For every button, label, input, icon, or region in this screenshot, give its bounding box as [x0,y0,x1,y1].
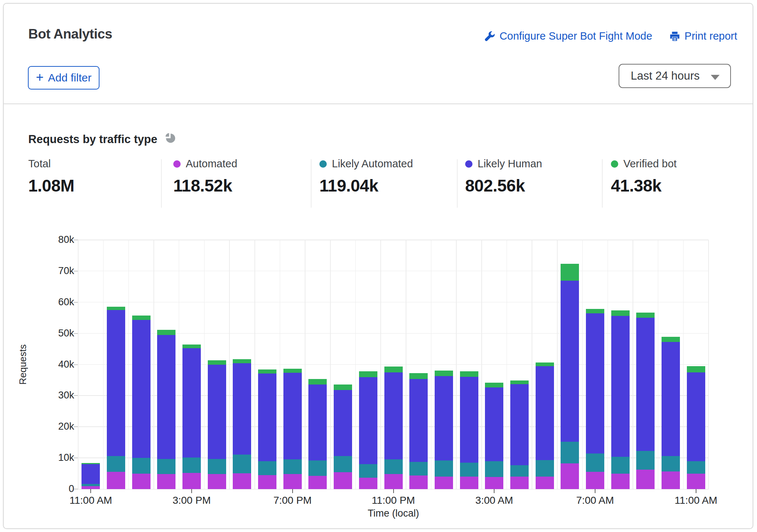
stat-divider [457,159,457,208]
stat-automated[interactable]: Automated118.52k [173,158,237,196]
x-tick [393,489,394,493]
bar-segment-likely-automated [435,460,453,477]
bar-segment-automated [384,474,403,489]
stat-value: 118.52k [173,176,237,196]
bar-7-00-am[interactable] [586,309,604,489]
stat-likely-automated[interactable]: Likely Automated119.04k [319,158,413,196]
bar-segment-automated [485,477,503,489]
print-report-link[interactable]: Print report [669,30,737,42]
bar-segment-verified-bot [132,316,151,320]
y-tick-label: 20k [41,421,74,432]
stat-divider [602,159,602,208]
bar-segment-automated [334,472,352,489]
gridline [153,240,154,489]
y-tick [74,364,78,365]
bar-segment-likely-human [258,374,276,461]
configure-super-bot-fight-mode-link[interactable]: Configure Super Bot Fight Mode [484,30,652,42]
gridline [683,240,684,489]
bar-segment-verified-bot [308,379,327,385]
bar-segment-verified-bot [636,313,655,318]
bar-3-00-am[interactable] [485,383,503,489]
bar-segment-verified-bot [208,360,226,365]
x-tick-label: 3:00 PM [159,495,225,506]
stat-value: 119.04k [319,176,413,196]
stat-label: Total [28,158,51,170]
bar-segment-likely-human [510,384,529,465]
gridline [78,240,709,240]
bar-segment-verified-bot [561,264,579,281]
bar-5-00-am[interactable] [536,362,554,489]
bar-9-00-pm[interactable] [334,385,352,489]
bar-segment-automated [82,486,100,489]
bar-segment-verified-bot [157,330,175,335]
bar-12-00-am[interactable] [409,373,428,489]
bar-segment-likely-automated [132,458,151,474]
bar-1-00-am[interactable] [435,371,453,489]
bar-segment-likely-human [662,342,680,456]
y-tick [74,458,78,458]
header-actions: Configure Super Bot Fight Mode Print rep… [484,30,737,42]
bar-segment-automated [460,477,478,489]
x-axis-title: Time (local) [78,508,709,519]
gridline [456,240,457,489]
stat-value: 41.38k [611,176,677,196]
bar-3-00-pm[interactable] [182,345,201,489]
bar-6-00-pm[interactable] [258,369,276,489]
bar-segment-verified-bot [586,309,604,314]
bar-11-00-am[interactable] [82,463,100,489]
time-range-select[interactable]: Last 24 hours [619,64,731,88]
bar-segment-likely-automated [258,461,276,475]
bar-segment-verified-bot [334,385,352,390]
add-filter-button[interactable]: + Add filter [28,66,99,90]
bar-segment-likely-automated [636,451,655,470]
bar-4-00-am[interactable] [510,380,529,489]
bar-5-00-pm[interactable] [233,359,251,489]
bar-segment-likely-human [485,387,503,461]
bar-segment-automated [536,477,554,489]
x-tick [595,489,595,493]
bar-segment-likely-human [687,372,705,461]
bar-11-00-am[interactable] [687,366,705,489]
stat-total[interactable]: Total1.08M [28,158,74,196]
bar-segment-automated [435,477,453,489]
bar-8-00-pm[interactable] [308,379,327,489]
bar-segment-likely-automated [384,459,403,474]
bar-segment-likely-human [384,372,403,460]
stat-verified-bot[interactable]: Verified bot41.38k [611,158,677,196]
gridline [380,240,381,489]
x-tick-label: 3:00 AM [461,495,527,506]
bar-2-00-pm[interactable] [157,330,175,489]
bar-segment-likely-human [561,281,579,442]
gridline [633,240,633,489]
bar-segment-likely-human [460,377,478,462]
plus-icon: + [36,71,44,84]
bar-2-00-am[interactable] [460,371,478,489]
bar-10-00-am[interactable] [662,337,680,489]
bar-6-00-am[interactable] [561,264,579,489]
bar-7-00-pm[interactable] [283,369,302,489]
stat-likely-human[interactable]: Likely Human802.56k [465,158,542,196]
bar-segment-likely-automated [233,455,251,473]
gridline [582,240,583,489]
y-tick [74,489,78,489]
bar-segment-verified-bot [662,337,680,342]
y-tick-label: 60k [41,296,74,308]
bar-segment-verified-bot [82,463,100,464]
bar-12-00-pm[interactable] [107,307,125,489]
bar-9-00-am[interactable] [636,313,655,489]
bar-4-00-pm[interactable] [208,360,226,489]
bar-1-00-pm[interactable] [132,316,151,489]
bar-segment-automated [157,474,175,489]
stat-label: Likely Human [478,158,542,170]
bar-segment-likely-human [308,385,327,461]
gridline [204,240,205,489]
bar-segment-automated [283,474,302,489]
bar-segment-automated [182,473,201,489]
bar-8-00-am[interactable] [611,310,630,489]
bar-10-00-pm[interactable] [359,371,377,489]
gridline [305,240,305,489]
bar-segment-likely-automated [460,463,478,477]
x-tick [292,489,293,493]
bar-segment-automated [561,463,579,489]
bar-11-00-pm[interactable] [384,367,403,489]
